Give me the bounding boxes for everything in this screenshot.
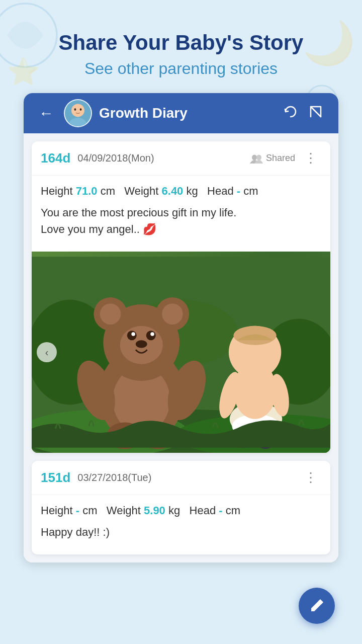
- entry-1-stats: Height 71.0 cm Weight 6.40 kg Head - cm: [41, 183, 321, 199]
- entry-1-text: You are the most precious gift in my lif…: [41, 204, 321, 237]
- refresh-button[interactable]: [278, 99, 303, 128]
- page-subtitle: See other parenting stories: [59, 59, 304, 78]
- diary-entry-2: 151d 03/27/2018(Tue) ⋮ Height - cm Weigh…: [32, 461, 330, 554]
- entry-2-more-button[interactable]: ⋮: [300, 468, 321, 488]
- svg-point-22: [100, 304, 121, 325]
- entry-2-body: Height - cm Weight 5.90 kg Head - cm Hap…: [32, 495, 330, 554]
- content-area: 164d 04/09/2018(Mon) Shared ⋮: [24, 133, 338, 562]
- entry-1-image: ‹: [32, 252, 330, 453]
- entry-2-day: 151d: [41, 470, 70, 486]
- entry-2-height: -: [76, 504, 79, 517]
- svg-rect-43: [247, 376, 262, 390]
- shared-badge: Shared: [250, 153, 295, 164]
- entry-1-day: 164d: [41, 150, 70, 166]
- page-title: Share Your Baby's Story: [59, 30, 304, 55]
- entry-2-head: -: [219, 504, 222, 517]
- nav-title: Growth Diary: [99, 105, 278, 121]
- entry-2-header: 151d 03/27/2018(Tue) ⋮: [32, 461, 330, 495]
- svg-point-24: [162, 304, 183, 325]
- fab-edit-button[interactable]: [299, 588, 335, 624]
- entry-1-head: -: [237, 185, 240, 197]
- svg-point-29: [150, 333, 154, 337]
- diary-entry-1: 164d 04/09/2018(Mon) Shared ⋮: [32, 141, 330, 453]
- nav-bar: ← Growth Diary: [24, 93, 338, 133]
- svg-point-8: [80, 109, 82, 111]
- svg-point-10: [256, 154, 261, 160]
- entry-1-height: 71.0: [76, 185, 98, 197]
- entry-1-body: Height 71.0 cm Weight 6.40 kg Head - cm …: [32, 176, 330, 252]
- prev-image-button[interactable]: ‹: [37, 342, 57, 362]
- svg-point-26: [127, 331, 137, 341]
- svg-point-7: [74, 109, 76, 111]
- svg-point-27: [146, 331, 156, 341]
- entry-1-header: 164d 04/09/2018(Mon) Shared ⋮: [32, 141, 330, 176]
- svg-point-28: [131, 333, 135, 337]
- avatar: [64, 99, 92, 127]
- entry-2-date: 03/27/2018(Tue): [77, 472, 300, 484]
- entry-1-more-button[interactable]: ⋮: [300, 148, 321, 168]
- entry-2-text: Happy day!! :): [41, 524, 321, 540]
- app-card: ← Growth Diary: [24, 93, 338, 562]
- svg-point-9: [252, 154, 257, 160]
- entry-1-weight: 6.40: [162, 185, 184, 197]
- entry-1-date: 04/09/2018(Mon): [77, 152, 250, 164]
- entry-2-stats: Height - cm Weight 5.90 kg Head - cm: [41, 502, 321, 519]
- back-button[interactable]: ←: [34, 100, 59, 127]
- svg-point-5: [71, 104, 84, 117]
- shared-label: Shared: [266, 153, 295, 164]
- page-header: Share Your Baby's Story See other parent…: [39, 0, 324, 93]
- export-button[interactable]: [303, 99, 328, 128]
- entry-2-weight: 5.90: [144, 504, 165, 517]
- svg-point-30: [136, 341, 147, 348]
